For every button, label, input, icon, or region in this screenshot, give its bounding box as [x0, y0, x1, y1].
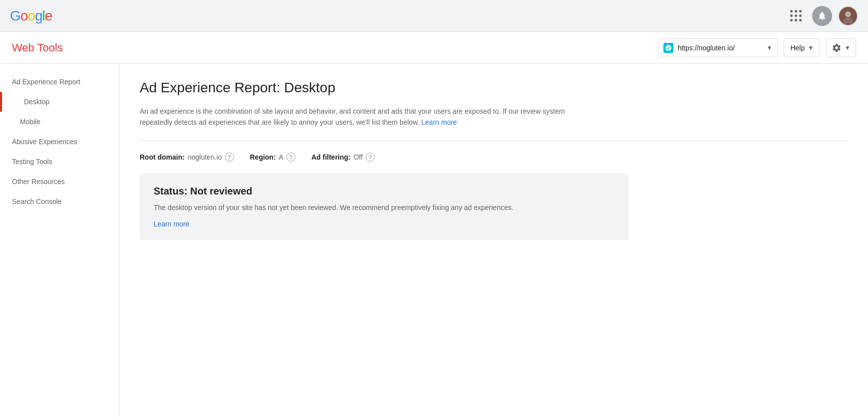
google-logo: Google	[10, 8, 52, 24]
learn-more-inline-link[interactable]: Learn more	[422, 118, 457, 126]
sidebar-label-mobile: Mobile	[20, 118, 40, 126]
sidebar-item-abusive[interactable]: Abusive Experiences	[0, 132, 119, 152]
sidebar-item-desktop[interactable]: Desktop	[0, 92, 119, 112]
app-title: Web Tools	[12, 41, 63, 54]
notifications-button[interactable]	[812, 6, 832, 26]
ad-filtering-help-icon[interactable]: ?	[366, 153, 375, 162]
sidebar-label-search-console: Search Console	[12, 198, 62, 206]
sidebar: Ad Experience Report Desktop Mobile Abus…	[0, 64, 120, 417]
sidebar-label-abusive: Abusive Experiences	[12, 138, 77, 146]
meta-row: Root domain: nogluten.io ? Region: A ? A…	[140, 153, 848, 162]
settings-chevron-icon: ▼	[845, 44, 851, 51]
status-description: The desktop version of your site has not…	[154, 202, 615, 213]
region-value: A	[279, 153, 283, 161]
sidebar-label-desktop: Desktop	[24, 98, 49, 106]
header-bar: Web Tools https://nogluten.io/ ▼ Help ▼ …	[0, 32, 868, 64]
divider	[140, 140, 848, 141]
help-button[interactable]: Help ▼	[784, 38, 820, 57]
sidebar-label-ad-experience: Ad Experience Report	[12, 78, 80, 86]
grid-apps-button[interactable]	[786, 6, 806, 26]
status-card: Status: Not reviewed The desktop version…	[140, 174, 629, 240]
avatar-image	[839, 7, 857, 25]
url-icon	[663, 43, 673, 53]
bell-icon	[817, 11, 827, 21]
sidebar-item-ad-experience[interactable]: Ad Experience Report	[0, 72, 119, 92]
header-controls: https://nogluten.io/ ▼ Help ▼ ▼	[658, 38, 856, 57]
meta-ad-filtering: Ad filtering: Off ?	[311, 153, 375, 162]
status-title: Status: Not reviewed	[154, 186, 615, 197]
region-help-icon[interactable]: ?	[286, 153, 295, 162]
page-title: Ad Experience Report: Desktop	[140, 80, 848, 96]
url-chevron-icon: ▼	[767, 44, 773, 51]
help-label: Help	[790, 44, 805, 52]
description-text: An ad experience is the combination of s…	[140, 106, 589, 128]
root-domain-value: nogluten.io	[188, 153, 222, 161]
svg-point-1	[843, 17, 853, 23]
sidebar-item-testing[interactable]: Testing Tools	[0, 152, 119, 172]
logo-e: e	[45, 8, 52, 24]
top-bar-left: Google	[10, 8, 52, 24]
ad-filtering-label: Ad filtering:	[311, 153, 351, 161]
sidebar-item-search-console[interactable]: Search Console	[0, 192, 119, 211]
logo-o1: o	[20, 8, 28, 24]
region-label: Region:	[250, 153, 276, 161]
sidebar-item-mobile[interactable]: Mobile	[0, 112, 119, 132]
description-body: An ad experience is the combination of s…	[140, 107, 565, 126]
top-bar: Google	[0, 0, 868, 32]
meta-region: Region: A ?	[250, 153, 295, 162]
svg-point-0	[845, 11, 851, 17]
root-domain-help-icon[interactable]: ?	[225, 153, 234, 162]
top-bar-right	[786, 6, 858, 26]
root-domain-label: Root domain:	[140, 153, 185, 161]
settings-button[interactable]: ▼	[826, 38, 856, 57]
gear-icon	[832, 43, 842, 53]
ad-filtering-value: Off	[354, 153, 363, 161]
user-avatar[interactable]	[838, 6, 858, 26]
main-layout: Ad Experience Report Desktop Mobile Abus…	[0, 64, 868, 417]
sidebar-label-testing: Testing Tools	[12, 158, 52, 166]
help-chevron-icon: ▼	[808, 44, 814, 51]
status-learn-more-link[interactable]: Learn more	[154, 220, 190, 228]
content-area: Ad Experience Report: Desktop An ad expe…	[120, 64, 868, 417]
logo-g: g	[35, 8, 42, 24]
meta-root-domain: Root domain: nogluten.io ?	[140, 153, 234, 162]
grid-icon	[790, 10, 802, 22]
logo-o2: o	[27, 8, 35, 24]
sidebar-label-other-resources: Other Resources	[12, 178, 65, 186]
sidebar-item-other-resources[interactable]: Other Resources	[0, 172, 119, 192]
url-selector[interactable]: https://nogluten.io/ ▼	[658, 38, 778, 57]
logo-G: G	[10, 8, 20, 24]
url-text: https://nogluten.io/	[677, 44, 762, 52]
